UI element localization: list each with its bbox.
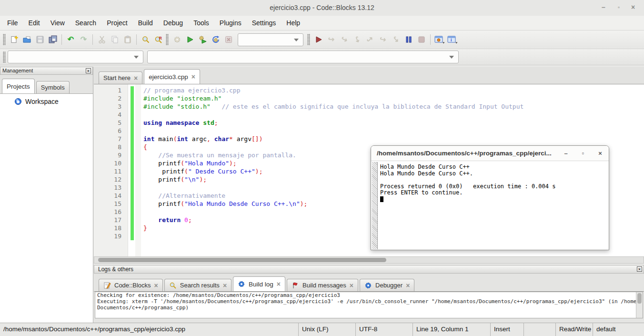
tab-symbols[interactable]: Symbols [36,81,70,93]
svg-text:R: R [159,36,162,41]
logs-vertical-scrollbar[interactable] [636,292,643,318]
step-out-button[interactable]: ↪ [363,33,376,46]
terminal-minimize-button[interactable]: – [557,150,574,157]
step-into-button[interactable]: ↪ [351,33,363,46]
menu-tools[interactable]: Tools [188,16,214,30]
menu-plugins[interactable]: Plugins [214,16,247,30]
rebuild-button[interactable] [209,33,222,46]
terminal-line: Hola Mundo Desde Curso C++ [380,164,608,171]
terminal-close-button[interactable]: × [592,150,609,157]
title-bar: ejercicio3.cpp - Code::Blocks 13.12 – ▫ … [0,0,644,16]
menu-view[interactable]: View [45,16,70,30]
menu-debug[interactable]: Debug [158,16,188,30]
window-minimize-button[interactable]: – [596,0,611,16]
stop-debugger-icon [417,35,426,44]
line-number: 12 [94,175,128,183]
logs-tab-code-blocks[interactable]: Code::Blocks× [99,279,163,291]
window-close-button[interactable]: × [626,0,640,16]
scrollbar-thumb[interactable] [637,293,642,304]
next-instruction-button[interactable]: ↪ [376,33,389,46]
editor-tab-label: Start here [103,74,131,81]
menu-search[interactable]: Search [70,16,101,30]
menu-settings[interactable]: Settings [247,16,282,30]
code-completion-scope-combo[interactable] [8,51,143,63]
code-line [143,127,644,135]
terminal-window[interactable]: /home/msantos/Documentos/c++/programas_c… [371,145,609,250]
terminal-title-bar[interactable]: /home/msantos/Documentos/c++/programas_c… [371,146,609,161]
debugging-windows-button[interactable] [433,33,446,46]
tab-close-icon[interactable]: × [134,75,138,81]
next-instruction-icon: ↪ [380,35,386,44]
tab-close-icon[interactable]: × [277,281,281,287]
chevron-down-icon [134,56,139,59]
break-debugger-button[interactable] [402,33,415,46]
build-button[interactable] [171,33,183,46]
toolbar-separator [430,34,431,45]
paste-button[interactable] [121,33,134,46]
terminal-maximize-button[interactable]: ▫ [574,150,592,157]
debug-continue-button[interactable] [312,33,325,46]
next-line-icon: ↪ [341,35,347,44]
run-to-cursor-button[interactable]: ↪ [325,33,338,46]
new-file-button[interactable] [8,33,20,46]
tab-projects[interactable]: Projects [2,79,35,93]
menu-project[interactable]: Project [101,16,133,30]
abort-button[interactable] [222,33,235,46]
menu-build[interactable]: Build [133,16,158,30]
save-icon [36,35,44,44]
open-file-button[interactable] [20,33,33,46]
various-info-button[interactable]: i [446,33,459,46]
line-number: 1 [94,86,128,94]
window-maximize-button[interactable]: ▫ [612,0,626,16]
replace-button[interactable]: R [152,33,165,46]
editor-tab-start-here[interactable]: Start here× [99,71,142,84]
find-button[interactable] [139,33,152,46]
management-close-button[interactable]: × [86,68,91,73]
logs-tab-search-results[interactable]: Search results× [164,279,231,291]
menu-edit[interactable]: Edit [23,16,45,30]
redo-button[interactable]: ↷ [77,33,90,46]
tab-close-icon[interactable]: × [154,283,158,288]
status-line-ending: Unix (LF) [298,323,355,336]
undo-button[interactable]: ↶ [64,33,77,46]
line-number: 14 [94,192,128,200]
step-into-instruction-button[interactable]: ↪ [389,33,402,46]
copy-button[interactable] [108,33,121,46]
tab-close-icon[interactable]: × [223,283,227,288]
tab-close-icon[interactable]: × [350,283,353,288]
menu-help[interactable]: Help [281,16,305,30]
run-button[interactable] [183,33,196,46]
logs-close-button[interactable]: × [637,266,642,272]
editor-horizontal-scrollbar[interactable] [94,256,644,264]
line-number: 7 [94,135,128,143]
cut-icon [98,35,106,44]
flag-icon [292,282,299,289]
save-button[interactable] [33,33,46,46]
logs-tab-debugger[interactable]: Debugger× [360,279,414,291]
stop-debugger-button[interactable] [415,33,428,46]
logs-tab-build-messages[interactable]: Build messages× [287,279,358,291]
next-line-button[interactable]: ↪ [338,33,351,46]
terminal-scrollbar[interactable] [372,162,378,249]
management-header: Management × [0,67,93,75]
build-icon [173,35,181,44]
save-all-button[interactable] [46,33,59,46]
menu-file[interactable]: File [2,16,23,30]
editor-tab-label: ejercicio3.cpp [149,73,188,81]
status-encoding: UTF-8 [355,323,413,336]
cut-button[interactable] [95,33,108,46]
tab-close-icon[interactable]: × [406,283,410,288]
line-number: 2 [94,94,128,102]
terminal-line [380,177,608,183]
tree-item-workspace[interactable]: Workspace [0,94,93,105]
scrollbar-thumb[interactable] [98,258,386,262]
build-target-combo[interactable] [238,33,303,46]
tab-close-icon[interactable]: × [191,74,195,80]
editor-tab-ejercicio3-cpp[interactable]: ejercicio3.cpp× [144,69,200,84]
svg-text:i: i [451,38,452,42]
management-panel: Management × ProjectsSymbols Workspace [0,67,93,323]
chevron-down-icon [449,56,454,59]
build-and-run-button[interactable] [196,33,209,46]
code-completion-symbol-combo[interactable] [147,51,459,63]
logs-tab-build-log[interactable]: Build log× [233,276,285,291]
